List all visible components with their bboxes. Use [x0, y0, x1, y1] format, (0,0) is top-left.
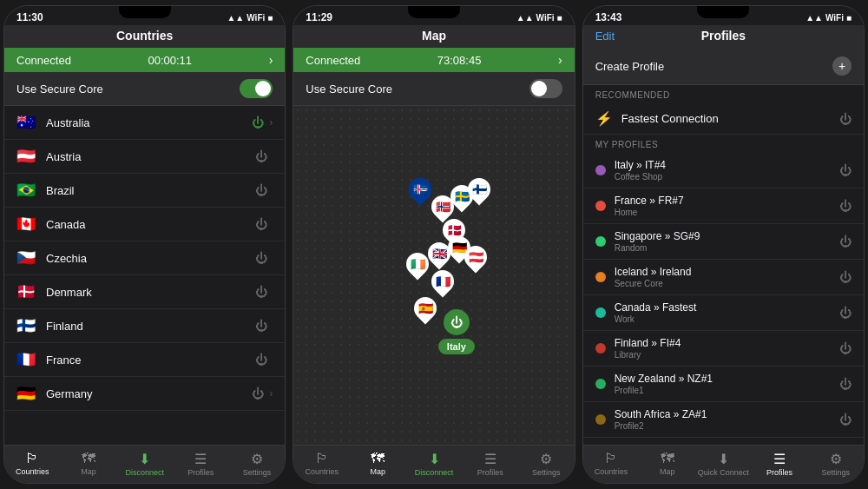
time-3: 13:43: [595, 11, 622, 23]
tab-countries-3[interactable]: 🏳 Countries: [583, 451, 640, 476]
countries-icon-2: 🏳: [315, 451, 329, 466]
country-item-brazil[interactable]: 🇧🇷 Brazil ⏻: [4, 174, 285, 208]
secure-core-toggle-2[interactable]: [529, 79, 562, 98]
tab-profiles-label-2: Profiles: [477, 468, 503, 477]
profile-power-0[interactable]: ⏻: [839, 163, 852, 177]
pin-spain[interactable]: 🇪🇸: [414, 297, 437, 320]
country-item-germany[interactable]: 🇩🇪 Germany ⏻ ›: [4, 377, 285, 411]
flag-denmark: 🇩🇰: [16, 282, 37, 301]
header-title-3: Profiles: [701, 29, 746, 43]
pin-austria[interactable]: 🇦🇹: [464, 246, 487, 268]
tab-map-label-1: Map: [81, 467, 96, 476]
tab-quickconnect-3[interactable]: ⬇ Quick Connect: [695, 451, 752, 477]
pin-ireland[interactable]: 🇮🇪: [406, 253, 429, 275]
profile-sub-5: Library: [615, 350, 839, 360]
tab-profiles-1[interactable]: ☰ Profiles: [173, 451, 229, 477]
profile-item-0[interactable]: Italy » IT#4 Coffee Shop ⏻: [583, 153, 864, 188]
tab-disconnect-2[interactable]: ⬇ Disconnect: [406, 451, 463, 477]
profile-power-3[interactable]: ⏻: [839, 270, 852, 284]
country-item-czechia[interactable]: 🇨🇿 Czechia ⏻: [4, 241, 285, 275]
country-item-austria[interactable]: 🇦🇹 Austria ⏻: [4, 140, 285, 174]
profile-item-5[interactable]: Finland » FI#4 Library ⏻: [583, 331, 864, 367]
profile-power-4[interactable]: ⏻: [839, 306, 852, 320]
profile-item-7[interactable]: South Africa » ZA#1 Profile2 ⏻: [583, 402, 864, 438]
profile-item-2[interactable]: Singapore » SG#9 Random ⏻: [583, 224, 864, 260]
country-item-france[interactable]: 🇫🇷 France ⏻: [4, 343, 285, 377]
countries-icon: 🏳: [25, 451, 39, 466]
tab-countries-2[interactable]: 🏳 Countries: [293, 451, 350, 476]
tab-settings-2[interactable]: ⚙ Settings: [518, 451, 575, 477]
tab-map-label-3: Map: [660, 467, 675, 476]
time-1: 11:30: [16, 11, 43, 23]
italy-connected[interactable]: ⏻ Italy: [438, 309, 475, 354]
profile-power-1[interactable]: ⏻: [839, 199, 852, 213]
tab-settings-label-3: Settings: [821, 468, 850, 477]
power-finland: ⏻: [255, 319, 267, 333]
profile-dot-5: [595, 343, 606, 354]
country-item-denmark[interactable]: 🇩🇰 Denmark ⏻: [4, 275, 285, 309]
country-item-canada[interactable]: 🇨🇦 Canada ⏻: [4, 208, 285, 241]
status-icons-1: ▲▲ WiFi ■: [227, 13, 273, 23]
tab-bar-3: 🏳 Countries 🗺 Map ⬇ Quick Connect ☰ Prof…: [583, 445, 864, 483]
pin-finland[interactable]: 🇫🇮: [468, 178, 490, 201]
tab-profiles-3[interactable]: ☰ Profiles: [752, 451, 808, 477]
signal-icon-2: ▲▲: [516, 13, 534, 23]
header-edit[interactable]: Edit: [595, 30, 615, 43]
profile-item-4[interactable]: Canada » Fastest Work ⏻: [583, 295, 864, 331]
profile-dot-0: [595, 165, 606, 175]
header-title-1: Countries: [116, 29, 173, 43]
profile-item-3[interactable]: Iceland » Ireland Secure Core ⏻: [583, 260, 864, 295]
create-profile-row[interactable]: Create Profile +: [583, 48, 864, 85]
name-brazil: Brazil: [46, 184, 255, 197]
my-profiles-section-header: MY PROFILES: [583, 135, 864, 153]
connected-bar-2[interactable]: Connected 73:08:45 ›: [293, 48, 574, 72]
profile-power-2[interactable]: ⏻: [839, 235, 852, 248]
flag-finland: 🇫🇮: [16, 316, 37, 335]
profile-text-0: Italy » IT#4 Coffee Shop: [615, 159, 839, 182]
header-title-2: Map: [422, 29, 446, 43]
profile-power-6[interactable]: ⏻: [839, 377, 852, 391]
profile-text-2: Singapore » SG#9 Random: [615, 230, 839, 253]
profile-power-7[interactable]: ⏻: [839, 413, 852, 426]
profile-item-1[interactable]: France » FR#7 Home ⏻: [583, 188, 864, 224]
connected-bar-1[interactable]: Connected 00:00:11 ›: [4, 48, 285, 72]
tab-map-3[interactable]: 🗺 Map: [639, 451, 695, 476]
pin-france[interactable]: 🇫🇷: [431, 270, 454, 293]
fastest-connection-row[interactable]: ⚡ Fastest Connection ⏻: [583, 103, 864, 135]
plus-icon[interactable]: +: [832, 56, 852, 76]
flag-pin-uk: 🇬🇧: [432, 247, 447, 261]
italy-label: Italy: [438, 339, 475, 354]
profile-sub-3: Secure Core: [615, 279, 839, 288]
secure-core-row-1: Use Secure Core: [4, 72, 285, 106]
profile-power-5[interactable]: ⏻: [839, 341, 852, 355]
profile-item-6[interactable]: New Zealand » NZ#1 Profile1 ⏻: [583, 367, 864, 402]
power-austria: ⏻: [255, 149, 267, 163]
tab-map-2[interactable]: 🗺 Map: [350, 451, 406, 476]
country-item-finland[interactable]: 🇫🇮 Finland ⏻: [4, 309, 285, 343]
profile-dot-7: [595, 414, 606, 425]
tab-countries-1[interactable]: 🏳 Countries: [4, 451, 61, 476]
secure-core-toggle-1[interactable]: [240, 79, 273, 98]
status-icons-2: ▲▲ WiFi ■: [516, 13, 562, 23]
profile-name-2: Singapore » SG#9: [615, 230, 839, 242]
map-icon-3: 🗺: [661, 451, 674, 466]
battery-icon: ■: [267, 13, 273, 23]
profile-text-1: France » FR#7 Home: [615, 195, 839, 217]
profiles-icon-2: ☰: [484, 451, 496, 467]
tab-map-1[interactable]: 🗺 Map: [61, 451, 117, 476]
tab-profiles-2[interactable]: ☰ Profiles: [462, 451, 518, 477]
tab-settings-1[interactable]: ⚙ Settings: [229, 451, 286, 477]
tab-countries-label-3: Countries: [595, 467, 628, 476]
pin-iceland[interactable]: 🇮🇸: [409, 178, 431, 201]
name-canada: Canada: [46, 218, 255, 231]
fastest-power-btn[interactable]: ⏻: [839, 112, 852, 126]
country-item-australia[interactable]: 🇦🇺 Australia ⏻ ›: [4, 106, 285, 140]
profiles-icon-3: ☰: [773, 451, 786, 467]
notch: [119, 6, 171, 18]
name-czechia: Czechia: [46, 252, 255, 265]
battery-icon-3: ■: [846, 13, 852, 23]
settings-icon-3: ⚙: [830, 451, 842, 467]
tab-settings-3[interactable]: ⚙ Settings: [807, 451, 864, 477]
tab-disconnect-1[interactable]: ⬇ Disconnect: [116, 451, 173, 477]
flag-france: 🇫🇷: [16, 350, 37, 369]
